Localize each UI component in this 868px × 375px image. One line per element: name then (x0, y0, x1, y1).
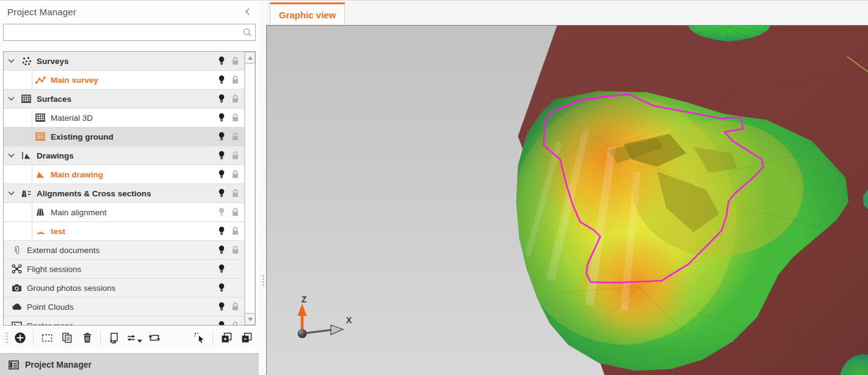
chevron-left-icon (244, 7, 251, 16)
paperclip-icon (9, 245, 24, 255)
visibility-bulb-icon[interactable] (215, 283, 228, 293)
tree-row-label: Point Clouds (27, 302, 215, 312)
pick-select-button[interactable] (191, 330, 208, 346)
reload-button[interactable] (146, 330, 162, 346)
lock-icon[interactable] (228, 227, 242, 236)
expand-all-button[interactable] (218, 330, 234, 346)
collapse-all-button[interactable] (238, 330, 255, 346)
tree-row-existing-ground[interactable]: Existing ground (4, 127, 244, 146)
lock-icon[interactable] (228, 113, 242, 123)
tree-row-label: External documents (27, 246, 215, 255)
tree-indent (4, 71, 32, 89)
toolbar-drag-handle[interactable] (4, 331, 8, 345)
tree-indent (4, 222, 32, 240)
tree-row-main-drawing[interactable]: Main drawing (4, 165, 244, 184)
visibility-bulb-icon[interactable] (215, 226, 228, 236)
visibility-bulb-icon[interactable] (215, 75, 228, 85)
panel-header: Project Manager (0, 1, 259, 23)
visibility-bulb-icon[interactable] (215, 132, 228, 141)
visibility-bulb-icon[interactable] (215, 264, 228, 274)
project-tree: Surveys Main survey (3, 51, 256, 326)
graphic-view-3d[interactable]: Z X (266, 25, 868, 375)
toolbar-separator (100, 330, 101, 345)
visibility-bulb-icon[interactable] (215, 302, 228, 312)
dropdown-caret-icon (137, 340, 142, 343)
chevron-down-icon[interactable] (4, 96, 18, 101)
lock-icon[interactable] (228, 189, 242, 198)
application-window: Project Manager (0, 0, 868, 375)
visibility-bulb-icon[interactable] (215, 321, 228, 325)
main-area: Graphic view (266, 1, 868, 375)
project-manager-dock-tab[interactable]: Project Manager (0, 353, 259, 375)
tab-label: Graphic view (279, 10, 336, 20)
tree-row-label: Ground photos sessions (27, 284, 215, 293)
lock-icon[interactable] (228, 208, 242, 217)
chevron-down-icon[interactable] (4, 59, 18, 63)
tree-row-ground-photos[interactable]: Ground photos sessions (4, 279, 244, 298)
road-sections-icon (18, 189, 34, 198)
visibility-bulb-icon[interactable] (215, 245, 228, 255)
lock-icon[interactable] (228, 151, 242, 160)
search-icon (242, 27, 253, 40)
marquee-select-button[interactable] (38, 330, 55, 346)
tree-row-test[interactable]: test (4, 222, 244, 241)
lock-icon[interactable] (228, 321, 242, 326)
toolbar-separator (212, 330, 213, 345)
visibility-bulb-icon[interactable] (215, 188, 228, 198)
tree-row-raster-maps[interactable]: Raster maps (4, 316, 244, 325)
tree-row-label: Flight sessions (27, 265, 215, 274)
visibility-bulb-icon[interactable] (215, 151, 228, 160)
tree-indent (4, 109, 32, 127)
tree-indent (4, 203, 32, 221)
visibility-bulb-icon[interactable] (215, 170, 228, 179)
lock-icon[interactable] (228, 302, 242, 312)
toolbar-separator (33, 330, 34, 345)
lock-icon[interactable] (228, 76, 242, 85)
tree-row-point-clouds[interactable]: Point Clouds (4, 298, 244, 316)
chevron-down-icon[interactable] (4, 153, 18, 158)
chevron-down-icon[interactable] (4, 191, 18, 196)
surface-grid-icon (18, 95, 34, 103)
project-manager-panel: Project Manager (0, 1, 259, 375)
tree-row-main-survey[interactable]: Main survey (4, 71, 244, 90)
tree-row-drawings[interactable]: Drawings (4, 146, 244, 165)
lock-icon[interactable] (228, 170, 242, 179)
tree-row-alignments[interactable]: Alignments & Cross sections (4, 184, 244, 203)
tree-row-flight-sessions[interactable]: Flight sessions (4, 260, 244, 279)
delete-button[interactable] (79, 330, 95, 346)
tree-row-surfaces[interactable]: Surfaces (4, 90, 244, 109)
tree-row-label: Drawings (37, 151, 215, 160)
scroll-up-button[interactable] (245, 52, 255, 63)
surface-grid-icon (32, 113, 48, 122)
tree-scrollbar[interactable] (244, 52, 255, 325)
search-area (0, 23, 259, 42)
raster-map-icon (9, 321, 24, 325)
lock-icon[interactable] (228, 57, 242, 66)
copy-button[interactable] (59, 330, 75, 346)
visibility-bulb-icon[interactable] (215, 94, 228, 104)
lock-icon[interactable] (228, 246, 242, 255)
tab-graphic-view[interactable]: Graphic view (270, 2, 345, 25)
surface-grid-icon (32, 132, 48, 141)
lock-icon[interactable] (228, 95, 242, 104)
visibility-bulb-icon[interactable] (215, 113, 228, 123)
visibility-bulb-icon[interactable] (215, 56, 228, 66)
tree-row-main-alignment[interactable]: Main alignment (4, 203, 244, 222)
tree-row-surveys[interactable]: Surveys (4, 52, 244, 71)
tree-row-material-3d[interactable]: Material 3D (4, 109, 244, 127)
add-button[interactable] (12, 330, 28, 346)
panel-splitter[interactable] (259, 1, 266, 375)
tree-row-label: Surfaces (37, 95, 215, 104)
collapse-panel-button[interactable] (244, 7, 251, 16)
tree-row-external-documents[interactable]: External documents (4, 241, 244, 260)
viewport-3d-canvas[interactable] (267, 26, 868, 375)
tree-row-label: Alignments & Cross sections (37, 189, 215, 198)
cloud-icon (9, 302, 24, 311)
replace-button[interactable] (106, 330, 122, 346)
scrollbar-thumb[interactable] (245, 63, 255, 313)
lock-icon[interactable] (228, 132, 242, 141)
scroll-down-button[interactable] (245, 313, 255, 325)
swap-button[interactable] (126, 330, 142, 346)
visibility-bulb-icon[interactable] (215, 207, 228, 217)
search-input[interactable] (3, 24, 256, 41)
